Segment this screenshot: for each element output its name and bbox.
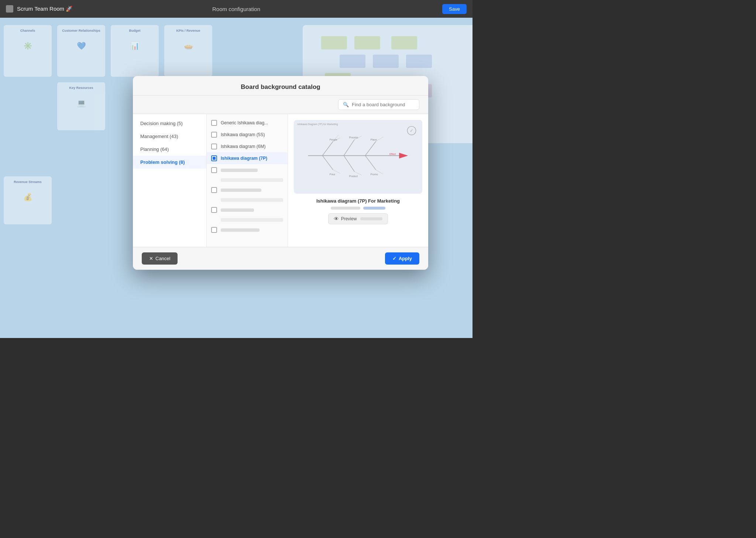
template-item-ishikawa-7p[interactable]: Ishikawa diagram (7P) bbox=[207, 152, 288, 164]
template-placeholder bbox=[221, 208, 254, 212]
eye-icon: 👁 bbox=[334, 216, 339, 222]
svg-text:Ishikawa Diagram (7P) for Mark: Ishikawa Diagram (7P) for Marketing bbox=[298, 123, 338, 126]
svg-text:Promo: Promo bbox=[371, 173, 378, 176]
category-item-problem-solving[interactable]: Problem solving (8) bbox=[133, 156, 206, 169]
modal-overlay: Board background catalog 🔍 Decision maki… bbox=[0, 0, 472, 338]
template-item-placeholder-3[interactable] bbox=[207, 204, 288, 216]
search-input[interactable] bbox=[352, 102, 415, 107]
template-item-placeholder-1[interactable] bbox=[207, 164, 288, 176]
svg-text:Process: Process bbox=[349, 136, 358, 139]
template-placeholder bbox=[221, 228, 260, 232]
template-placeholder-4 bbox=[221, 218, 283, 222]
preview-meta-pill-2 bbox=[363, 207, 385, 210]
preview-meta-pill-1 bbox=[331, 207, 360, 210]
category-item-decision-making[interactable]: Decision making (5) bbox=[133, 117, 206, 130]
template-checkbox-generic-ishikawa[interactable] bbox=[211, 120, 217, 126]
cancel-button[interactable]: ✕ Cancel bbox=[142, 252, 178, 265]
modal-search-bar: 🔍 bbox=[133, 96, 428, 114]
template-checkbox-placeholder-2[interactable] bbox=[211, 187, 217, 193]
modal-body: Decision making (5) Management (43) Plan… bbox=[133, 114, 428, 247]
template-item-ishikawa-5s[interactable]: Ishikawa diagram (5S) bbox=[207, 129, 288, 141]
preview-btn-placeholder bbox=[360, 217, 382, 220]
category-item-planning[interactable]: Planning (64) bbox=[133, 143, 206, 156]
category-item-management[interactable]: Management (43) bbox=[133, 130, 206, 143]
template-item-placeholder-2[interactable] bbox=[207, 184, 288, 196]
cancel-icon: ✕ bbox=[149, 256, 153, 261]
template-checkbox-ishikawa-5s[interactable] bbox=[211, 132, 217, 138]
apply-button[interactable]: ✓ Apply bbox=[385, 252, 419, 265]
svg-text:✓: ✓ bbox=[410, 128, 413, 133]
template-placeholder bbox=[221, 169, 258, 172]
template-placeholder-2 bbox=[221, 178, 283, 182]
preview-image: Ishikawa Diagram (7P) for Marketing Peop… bbox=[294, 120, 422, 194]
preview-meta-bar bbox=[331, 207, 385, 210]
template-checkbox-placeholder-1[interactable] bbox=[211, 167, 217, 173]
checkmark-icon: ✓ bbox=[392, 256, 396, 261]
template-checkbox-placeholder-4[interactable] bbox=[211, 227, 217, 233]
preview-panel: Ishikawa Diagram (7P) for Marketing Peop… bbox=[288, 114, 428, 247]
svg-text:People: People bbox=[330, 138, 337, 141]
template-item-placeholder-4[interactable] bbox=[207, 224, 288, 236]
svg-text:Product: Product bbox=[349, 175, 358, 177]
modal-title: Board background catalog bbox=[241, 83, 320, 90]
svg-text:Place: Place bbox=[371, 138, 377, 141]
search-icon: 🔍 bbox=[343, 102, 349, 107]
category-list: Decision making (5) Management (43) Plan… bbox=[133, 114, 207, 247]
board-background-catalog-modal: Board background catalog 🔍 Decision maki… bbox=[133, 76, 428, 270]
template-placeholder bbox=[221, 189, 261, 192]
template-item-generic-ishikawa[interactable]: Generic Ishikawa diag... bbox=[207, 117, 288, 129]
template-placeholder-3 bbox=[221, 198, 283, 202]
template-item-ishikawa-6m[interactable]: Ishikawa diagram (6M) bbox=[207, 141, 288, 152]
preview-diagram-svg: Ishikawa Diagram (7P) for Marketing Peop… bbox=[294, 120, 422, 191]
template-list: Generic Ishikawa diag... Ishikawa diagra… bbox=[207, 114, 288, 247]
svg-text:Effect: Effect bbox=[389, 153, 396, 155]
modal-footer: ✕ Cancel ✓ Apply bbox=[133, 247, 428, 270]
svg-text:Price: Price bbox=[330, 173, 336, 176]
modal-header: Board background catalog bbox=[133, 76, 428, 96]
template-checkbox-ishikawa-7p[interactable] bbox=[211, 155, 217, 161]
search-box: 🔍 bbox=[338, 99, 419, 110]
template-checkbox-placeholder-3[interactable] bbox=[211, 207, 217, 213]
template-checkbox-ishikawa-6m[interactable] bbox=[211, 144, 217, 149]
preview-view-button[interactable]: 👁 Preview bbox=[328, 213, 388, 224]
preview-title: Ishikawa diagram (7P) For Marketing bbox=[316, 198, 400, 204]
